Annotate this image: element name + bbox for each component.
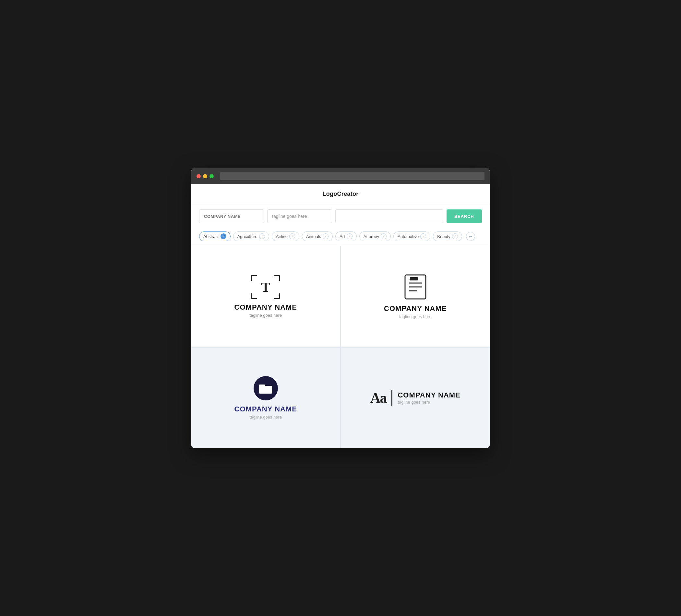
logo-card-2[interactable]: COMPANY NAME tagline goes here	[341, 246, 490, 346]
bracket-bottom-left	[251, 293, 257, 299]
category-bar: Abstract ✓ Agriculture Airline Animals A…	[191, 228, 490, 246]
cursor-icon	[392, 390, 393, 406]
bracket-top-left	[251, 275, 257, 281]
logo-card-4[interactable]: Aa COMPANY NAME tagline goes here	[341, 348, 490, 448]
logo4-company-name: COMPANY NAME	[398, 391, 460, 400]
category-label-beauty: Beauty	[437, 234, 450, 239]
traffic-lights	[197, 174, 214, 178]
bracket-t-icon: T	[251, 275, 280, 299]
logo2-tagline: tagline goes here	[399, 314, 432, 319]
browser-titlebar	[191, 168, 490, 184]
check-icon-automotive	[420, 233, 426, 239]
category-label-automotive: Automotive	[398, 234, 419, 239]
check-icon-animals	[323, 233, 328, 239]
bracket-top-right	[274, 275, 280, 281]
aa-letters-icon: Aa	[370, 390, 386, 406]
aa-text-logo: Aa COMPANY NAME tagline goes here	[370, 390, 460, 406]
minimize-button[interactable]	[203, 174, 207, 178]
check-icon-art	[347, 233, 353, 239]
maximize-button[interactable]	[209, 174, 214, 178]
search-button[interactable]: SEARCH	[447, 209, 482, 223]
company-name-input[interactable]	[199, 209, 264, 223]
svg-rect-7	[259, 385, 265, 387]
close-button[interactable]	[197, 174, 201, 178]
folder-circle-icon	[254, 376, 278, 401]
logo-card-3[interactable]: COMPANY NAME tagline goes here	[191, 348, 340, 448]
browser-window: LogoCreator SEARCH Abstract ✓ Agricultur…	[191, 168, 490, 448]
category-chip-agriculture[interactable]: Agriculture	[233, 231, 269, 241]
check-icon-agriculture	[259, 233, 265, 239]
category-label-airline: Airline	[276, 234, 288, 239]
app-header: LogoCreator	[191, 184, 490, 203]
logo-card-1[interactable]: T COMPANY NAME tagline goes here	[191, 246, 340, 346]
check-icon-airline	[289, 233, 295, 239]
category-chip-animals[interactable]: Animals	[302, 231, 333, 241]
check-icon-attorney	[381, 233, 386, 239]
category-chip-automotive[interactable]: Automotive	[393, 231, 430, 241]
app-title: LogoCreator	[322, 190, 358, 197]
category-chip-attorney[interactable]: Attorney	[359, 231, 391, 241]
bracket-bottom-right	[274, 293, 280, 299]
category-label-abstract: Abstract	[203, 234, 219, 239]
document-icon	[404, 274, 427, 300]
logo1-company-name: COMPANY NAME	[234, 303, 297, 312]
tagline-input[interactable]	[267, 209, 332, 223]
category-chip-abstract[interactable]: Abstract ✓	[199, 231, 231, 241]
logo3-company-name: COMPANY NAME	[234, 405, 297, 413]
category-label-attorney: Attorney	[363, 234, 379, 239]
address-bar[interactable]	[220, 172, 484, 180]
t-letter-icon: T	[261, 280, 270, 295]
logo1-tagline: tagline goes here	[249, 313, 282, 318]
logo2-company-name: COMPANY NAME	[384, 304, 447, 313]
svg-rect-4	[410, 277, 418, 280]
logo4-tagline: tagline goes here	[398, 400, 460, 405]
category-chip-airline[interactable]: Airline	[272, 231, 299, 241]
category-chip-beauty[interactable]: Beauty	[433, 231, 462, 241]
category-label-animals: Animals	[306, 234, 321, 239]
logo4-text-block: COMPANY NAME tagline goes here	[398, 391, 460, 404]
logo3-tagline: tagline goes here	[249, 415, 282, 419]
browser-content: LogoCreator SEARCH Abstract ✓ Agricultur…	[191, 184, 490, 448]
search-bar: SEARCH	[191, 203, 490, 228]
category-label-art: Art	[339, 234, 345, 239]
category-label-agriculture: Agriculture	[237, 234, 257, 239]
folder-svg	[258, 383, 273, 394]
category-chip-art[interactable]: Art	[335, 231, 357, 241]
logo-grid: T COMPANY NAME tagline goes here COMPANY…	[191, 246, 490, 448]
extra-input[interactable]	[335, 209, 443, 223]
check-icon-abstract: ✓	[221, 233, 226, 239]
next-categories-button[interactable]: →	[466, 232, 475, 241]
check-icon-beauty	[452, 233, 458, 239]
